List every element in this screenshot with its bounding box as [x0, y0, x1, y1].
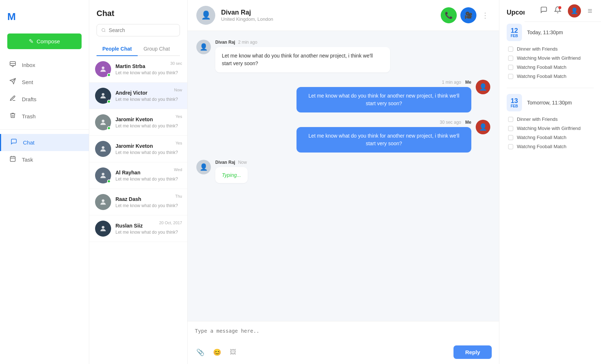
message-outgoing: 1 min ago Me Let me know what do you thi… [196, 80, 490, 112]
date-badge: 13 FEB [507, 94, 522, 111]
avatar-wrap [95, 61, 111, 77]
message-meta: Divan RajNow [215, 160, 248, 165]
topbar-avatar[interactable]: 👤 [568, 4, 581, 17]
message-typing: 👤 Divan RajNow Typing... [196, 160, 490, 183]
search-icon [101, 28, 106, 33]
chat-item[interactable]: Martin Strba Let me know what do you thi… [89, 56, 187, 83]
svg-point-9 [102, 67, 104, 69]
sidebar-item-sent-label: Sent [22, 79, 33, 85]
sidebar-item-inbox[interactable]: Inbox [0, 56, 89, 74]
drafts-icon [9, 95, 17, 103]
sidebar-item-chat[interactable]: Chat [0, 134, 89, 151]
task-checkbox[interactable] [508, 65, 513, 70]
compose-button[interactable]: ✎ Compose [7, 33, 82, 49]
logo: M [0, 7, 89, 33]
avatar-wrap [95, 167, 111, 183]
sidebar-item-sent[interactable]: Sent [0, 74, 89, 91]
hamburger-menu[interactable]: ≡ [588, 6, 592, 16]
search-box [97, 24, 180, 36]
tab-people-chat[interactable]: People Chat [97, 42, 138, 56]
video-button[interactable]: 🎥 [460, 7, 476, 23]
task-checkbox[interactable] [508, 126, 513, 131]
task-checkbox[interactable] [508, 135, 513, 140]
message-avatar: 👤 [476, 80, 490, 94]
topbar: 👤 ≡ [525, 0, 601, 22]
chat-preview: Let me know what do you think? [115, 203, 181, 208]
message-bubble-typing: Typing... [215, 167, 248, 183]
reply-button[interactable]: Reply [453, 345, 492, 359]
contact-location: United Kingdom, London [221, 16, 435, 22]
date-badge: 12 FEB [507, 24, 522, 41]
chat-item[interactable]: Jaromir Kveton Let me know what do you t… [89, 136, 187, 162]
reply-input[interactable] [195, 327, 492, 344]
chat-item[interactable]: Ruslan Siiz Let me know what do you thin… [89, 215, 187, 242]
message-avatar: 👤 [476, 120, 490, 134]
task-item: Watchng Fooball Match [508, 64, 594, 70]
topbar-notification-icon[interactable] [554, 6, 561, 15]
task-label: Watchng Fooball Match [517, 74, 566, 79]
message-bubble: Let me know what do you think for anothe… [296, 127, 471, 153]
chat-item[interactable]: Jaromir Kveton Let me know what do you t… [89, 109, 187, 136]
sent-icon [9, 78, 17, 86]
sidebar-item-task[interactable]: Task [0, 151, 89, 168]
chat-list-header: Chat People Chat Group Chat [89, 0, 187, 56]
task-items: Dinner with Friends Watching Movie with … [507, 116, 594, 149]
chat-time: Yes [176, 114, 182, 119]
reply-actions: 📎 😊 🖼 Reply [195, 345, 492, 359]
phone-icon: 📞 [445, 11, 453, 19]
message-body: Divan RajNow Typing... [215, 160, 248, 183]
sidebar-item-trash[interactable]: Trash [0, 108, 89, 125]
avatar-wrap [95, 221, 111, 237]
avatar-wrap [95, 114, 111, 130]
topbar-chat-icon[interactable] [540, 6, 547, 15]
compose-icon: ✎ [29, 38, 34, 45]
chat-contact-name: Raaz Dash [115, 196, 181, 202]
chat-item[interactable]: Raaz Dash Let me know what do you think?… [89, 189, 187, 215]
sidebar-item-drafts-label: Drafts [22, 96, 36, 102]
chat-preview: Let me know what do you think? [115, 97, 181, 102]
task-checkbox[interactable] [508, 56, 513, 61]
task-checkbox[interactable] [508, 74, 513, 79]
chat-item[interactable]: Al Rayhan Let me know what do you think?… [89, 162, 187, 189]
chat-preview: Let me know what do you think? [115, 150, 181, 155]
sidebar-item-drafts[interactable]: Drafts [0, 91, 89, 108]
contact-name: Divan Raj [221, 9, 435, 16]
more-options-button[interactable]: ⋮ [480, 9, 490, 21]
svg-rect-3 [10, 157, 15, 162]
left-sidebar: M ✎ Compose Inbox Sent Drafts Trash Chat [0, 0, 89, 364]
task-checkbox[interactable] [508, 47, 513, 52]
message-body: 1 min ago Me Let me know what do you thi… [296, 80, 471, 112]
online-dot [107, 100, 111, 103]
chat-content: 👤 Divan Raj United Kingdom, London 📞 🎥 ⋮ [188, 0, 499, 364]
chat-time: 20 Oct, 2017 [159, 221, 182, 225]
compose-label: Compose [36, 38, 60, 44]
message-avatar: 👤 [196, 40, 211, 54]
task-checkbox[interactable] [508, 144, 513, 149]
message-outgoing: 30 sec ago Me Let me know what do you th… [196, 120, 490, 153]
phone-button[interactable]: 📞 [441, 7, 457, 23]
message-incoming: 👤 Divan Raj2 min ago Let me know what do… [196, 40, 490, 72]
avatar-wrap [95, 194, 111, 210]
svg-point-10 [102, 93, 104, 96]
tab-group-chat[interactable]: Group Chat [138, 42, 176, 56]
chat-item[interactable]: Andrej Victor Let me know what do you th… [89, 83, 187, 109]
message-avatar: 👤 [196, 160, 211, 174]
task-checkbox[interactable] [508, 117, 513, 122]
attachment-button[interactable]: 📎 [195, 347, 206, 358]
task-item: Watching Movie with Girlfriend [508, 126, 594, 131]
message-bubble: Let me know what do you think for anothe… [215, 47, 390, 72]
emoji-button[interactable]: 😊 [212, 347, 223, 358]
sidebar-item-trash-label: Trash [22, 113, 36, 119]
sidebar-item-inbox-label: Inbox [22, 62, 35, 68]
date-badge-num: 13 [511, 98, 518, 104]
svg-point-12 [102, 146, 104, 149]
task-item: Watchng Fooball Match [508, 74, 594, 79]
image-button[interactable]: 🖼 [228, 347, 238, 357]
search-input[interactable] [109, 27, 175, 33]
message-sender: Divan Raj [215, 40, 235, 45]
chat-tabs: People Chat Group Chat [97, 42, 180, 56]
message-sender: Me [464, 120, 471, 125]
chat-preview: Let me know what do you think? [115, 177, 181, 182]
task-groups: 12 FEB Today, 11:30pm Dinner with Friend… [507, 24, 594, 158]
date-label: Today, 11:30pm [527, 29, 563, 35]
